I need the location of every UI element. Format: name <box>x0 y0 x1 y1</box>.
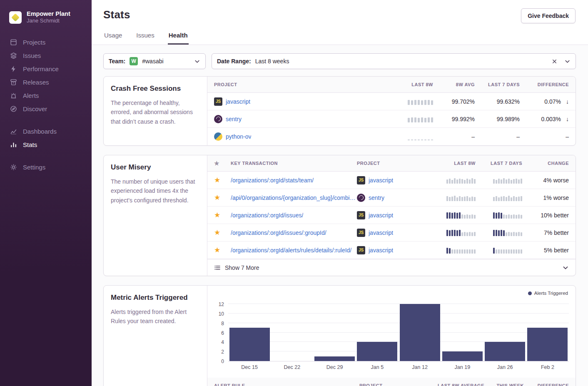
sparkline-last-8w <box>446 177 476 184</box>
issues-icon <box>10 52 17 59</box>
difference-text: 0.07% <box>544 98 561 105</box>
transaction-link[interactable]: /organizations/:orgId/issues/ <box>231 212 303 219</box>
clear-icon[interactable] <box>551 58 558 65</box>
sidebar-item-label: Alerts <box>23 92 39 99</box>
give-feedback-button[interactable]: Give Feedback <box>521 8 576 23</box>
sparkline-last-8w <box>407 115 433 122</box>
chart-legend[interactable]: Alerts Triggered <box>214 291 569 299</box>
tab-health[interactable]: Health <box>168 31 189 45</box>
change-value: 10% better <box>522 212 569 219</box>
key-transaction-row: ★ /organizations/:orgId/alerts/rules/det… <box>207 242 576 259</box>
project-link[interactable]: javascript <box>369 247 393 254</box>
chart-bar <box>441 351 483 361</box>
transaction-link[interactable]: /organizations/:orgId/issues/:groupId/ <box>231 229 326 236</box>
org-switcher[interactable]: Empower Plant Jane Schmidt <box>0 8 92 35</box>
star-icon[interactable]: ★ <box>214 229 220 236</box>
sparkline-last-8w <box>446 194 476 201</box>
date-range-select[interactable]: Date Range: Last 8 weeks <box>212 53 576 69</box>
crash-free-sessions-panel: Crash Free Sessions The percentage of he… <box>103 76 576 146</box>
legend-label: Alerts Triggered <box>534 291 568 296</box>
team-select-value: #wasabi <box>142 58 163 65</box>
project-link[interactable]: javascript <box>369 212 393 219</box>
table-row: python-ov – – – <box>207 128 576 145</box>
star-icon[interactable]: ★ <box>214 212 220 219</box>
show-more-button[interactable]: Show 7 More <box>207 259 576 276</box>
sidebar-item-dashboards[interactable]: Dashboards <box>0 125 92 138</box>
performance-icon <box>10 65 17 72</box>
panel-description-column: Crash Free Sessions The percentage of he… <box>104 77 207 145</box>
project-link[interactable]: javascript <box>226 98 250 105</box>
sidebar-tertiary-nav: Settings <box>0 160 92 174</box>
last-7-days-value: 99.989% <box>475 116 520 122</box>
change-value: 4% worse <box>522 177 569 184</box>
avg-value: – <box>433 133 475 140</box>
panel-description: The number of unique users that experien… <box>111 177 200 205</box>
last-7-days-value: 99.632% <box>475 98 520 105</box>
sidebar-item-issues[interactable]: Issues <box>0 49 92 62</box>
alert-table-header-row: Alert Rule Project Last 8w Average This … <box>207 378 576 386</box>
sidebar-item-stats[interactable]: Stats <box>0 138 92 151</box>
change-value: 1% worse <box>522 194 569 201</box>
project-link[interactable]: sentry <box>226 116 242 122</box>
team-select[interactable]: Team: W #wasabi <box>103 53 206 69</box>
sidebar-item-performance[interactable]: Performance <box>0 62 92 75</box>
star-icon[interactable]: ★ <box>214 177 220 184</box>
sidebar-item-label: Discover <box>23 105 47 112</box>
sidebar: Empower Plant Jane Schmidt Projects Issu… <box>0 0 92 386</box>
alerts-bar-chart: Alerts Triggered 024681012 Dec 15Dec 22D… <box>207 286 576 374</box>
page-title: Stats <box>103 8 130 21</box>
chevron-down-icon <box>562 264 569 271</box>
sidebar-item-settings[interactable]: Settings <box>0 160 92 174</box>
chart-y-axis: 024681012 <box>214 299 228 361</box>
column-header: Project <box>357 161 421 166</box>
table-header-row: ★ Key Transaction Project Last 8w Last 7… <box>207 155 576 172</box>
star-icon[interactable]: ★ <box>214 247 220 254</box>
tab-bar: Usage Issues Health <box>103 31 576 45</box>
column-header: Project <box>359 383 422 386</box>
sidebar-item-label: Projects <box>23 39 45 46</box>
sidebar-secondary-nav: Dashboards Stats <box>0 125 92 151</box>
project-link[interactable]: sentry <box>369 194 384 201</box>
tab-issues[interactable]: Issues <box>135 31 155 45</box>
project-link[interactable]: javascript <box>369 177 393 184</box>
page-content: Team: W #wasabi Date Range: Last 8 weeks <box>92 45 588 386</box>
chart-x-axis: Dec 15Dec 22Dec 29Jan 5Jan 12Jan 19Jan 2… <box>228 361 569 370</box>
project-link[interactable]: python-ov <box>226 133 251 140</box>
chevron-down-icon <box>564 58 571 65</box>
project-link[interactable]: javascript <box>369 229 393 236</box>
sparkline-last-8w <box>446 229 476 236</box>
sidebar-item-label: Stats <box>23 141 37 148</box>
legend-dot-icon <box>528 291 532 295</box>
transaction-link[interactable]: /organizations/:orgId/stats/team/ <box>231 177 314 184</box>
sidebar-item-projects[interactable]: Projects <box>0 35 92 49</box>
key-transaction-row: ★ /organizations/:orgId/issues/:groupId/… <box>207 224 576 242</box>
tab-usage[interactable]: Usage <box>103 31 123 45</box>
app-root: Empower Plant Jane Schmidt Projects Issu… <box>0 0 588 386</box>
panel-description: The percentage of healthy, errored, and … <box>111 98 200 126</box>
column-header: Last 7 Days <box>475 82 520 87</box>
metric-alerts-panel: Metric Alerts Triggered Alerts triggered… <box>103 285 576 386</box>
transaction-link[interactable]: /organizations/:orgId/alerts/rules/detai… <box>231 247 351 254</box>
alerts-icon <box>10 92 17 99</box>
column-header: Difference <box>524 383 569 386</box>
transaction-link[interactable]: /api/0/organizations/{organization_slug}… <box>231 194 357 201</box>
change-value: 7% better <box>522 229 569 236</box>
change-value: 5% better <box>522 247 569 254</box>
filter-bar: Team: W #wasabi Date Range: Last 8 weeks <box>103 53 576 69</box>
column-header: Change <box>522 161 569 166</box>
python-icon <box>214 132 222 141</box>
sidebar-item-alerts[interactable]: Alerts <box>0 89 92 102</box>
sidebar-item-discover[interactable]: Discover <box>0 102 92 115</box>
sidebar-item-label: Issues <box>23 52 41 59</box>
table-header-row: Project Last 8w 8w Avg Last 7 Days Diffe… <box>207 77 576 93</box>
star-icon[interactable]: ★ <box>214 194 220 201</box>
chart-plot <box>228 299 569 361</box>
sidebar-item-releases[interactable]: Releases <box>0 75 92 89</box>
team-avatar: W <box>130 57 138 65</box>
panel-title: Crash Free Sessions <box>111 85 200 93</box>
projects-icon <box>10 38 17 46</box>
panel-description-column: Metric Alerts Triggered Alerts triggered… <box>104 286 207 386</box>
sidebar-item-label: Dashboards <box>23 128 57 135</box>
show-more-label: Show 7 More <box>225 264 259 271</box>
column-header: Last 8w <box>371 82 433 87</box>
